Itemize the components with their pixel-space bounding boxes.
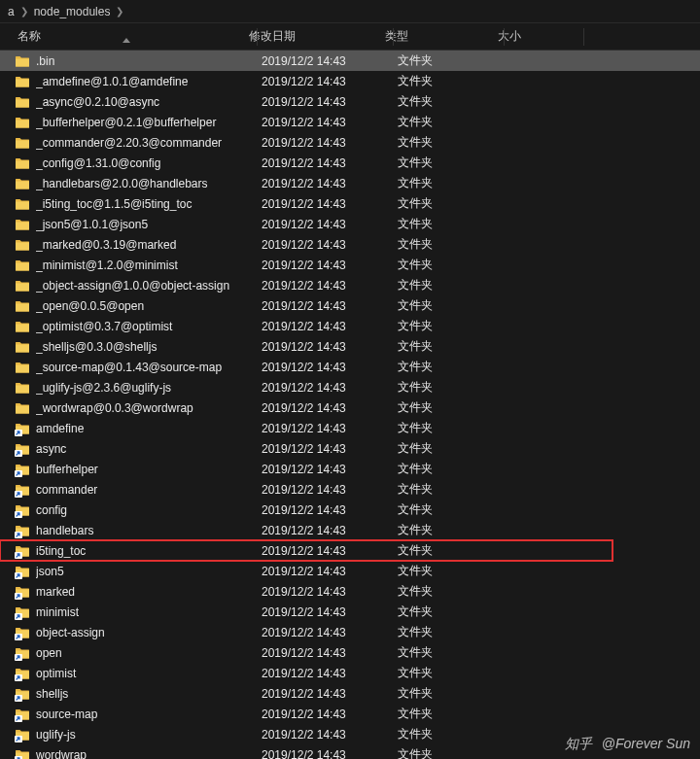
file-date: 2019/12/2 14:43 <box>262 218 398 231</box>
file-name: marked <box>36 585 262 599</box>
file-name: _object-assign@1.0.0@object-assign <box>36 279 262 293</box>
file-row[interactable]: bufferhelper2019/12/2 14:43文件夹 <box>0 459 700 479</box>
file-row[interactable]: _async@0.2.10@async2019/12/2 14:43文件夹 <box>0 91 700 112</box>
file-name: _config@1.31.0@config <box>36 156 262 170</box>
breadcrumb[interactable]: a ❯ node_modules ❯ <box>0 0 700 23</box>
file-row[interactable]: json52019/12/2 14:43文件夹 <box>0 561 700 581</box>
folder-icon <box>15 74 30 89</box>
file-name: uglify-js <box>36 728 262 742</box>
file-name: _json5@1.0.1@json5 <box>36 218 262 231</box>
file-date: 2019/12/2 14:43 <box>262 707 398 721</box>
file-row[interactable]: _source-map@0.1.43@source-map2019/12/2 1… <box>0 357 700 377</box>
file-name: async <box>36 442 262 456</box>
file-row[interactable]: amdefine2019/12/2 14:43文件夹 <box>0 418 700 438</box>
file-row[interactable]: commander2019/12/2 14:43文件夹 <box>0 479 700 500</box>
file-date: 2019/12/2 14:43 <box>262 361 398 374</box>
file-row[interactable]: _minimist@1.2.0@minimist2019/12/2 14:43文… <box>0 255 700 275</box>
file-row[interactable]: .bin2019/12/2 14:43文件夹 <box>0 51 700 71</box>
file-name: _async@0.2.10@async <box>36 95 262 109</box>
file-date: 2019/12/2 14:43 <box>262 748 398 760</box>
file-row[interactable]: _bufferhelper@0.2.1@bufferhelper2019/12/… <box>0 112 700 132</box>
file-type: 文件夹 <box>398 624 510 640</box>
column-header-type[interactable]: 类型 <box>385 28 498 45</box>
file-type: 文件夹 <box>398 236 510 253</box>
folder-icon <box>15 196 30 212</box>
file-row[interactable]: _open@0.0.5@open2019/12/2 14:43文件夹 <box>0 295 700 316</box>
breadcrumb-part[interactable]: node_modules <box>34 5 111 18</box>
file-row[interactable]: handlebars2019/12/2 14:43文件夹 <box>0 520 700 540</box>
file-date: 2019/12/2 14:43 <box>262 197 398 211</box>
file-type: 文件夹 <box>398 665 510 681</box>
file-row[interactable]: _i5ting_toc@1.1.5@i5ting_toc2019/12/2 14… <box>0 193 700 214</box>
file-row[interactable]: minimist2019/12/2 14:43文件夹 <box>0 602 700 622</box>
file-row[interactable]: _shelljs@0.3.0@shelljs2019/12/2 14:43文件夹 <box>0 336 700 357</box>
file-name: open <box>36 646 262 660</box>
file-date: 2019/12/2 14:43 <box>262 565 398 578</box>
file-date: 2019/12/2 14:43 <box>262 626 398 639</box>
folder-icon <box>15 155 30 171</box>
breadcrumb-part[interactable]: a <box>8 5 15 18</box>
file-row[interactable]: _marked@0.3.19@marked2019/12/2 14:43文件夹 <box>0 234 700 255</box>
file-name: _handlebars@2.0.0@handlebars <box>36 177 262 190</box>
file-row[interactable]: open2019/12/2 14:43文件夹 <box>0 642 700 663</box>
column-headers: 名称 修改日期 类型 大小 <box>0 23 700 51</box>
file-name: i5ting_toc <box>36 544 262 558</box>
file-row[interactable]: shelljs2019/12/2 14:43文件夹 <box>0 683 700 704</box>
folder-shortcut-icon <box>15 421 30 436</box>
file-row[interactable]: config2019/12/2 14:43文件夹 <box>0 500 700 520</box>
folder-shortcut-icon <box>15 747 30 760</box>
file-name: _shelljs@0.3.0@shelljs <box>36 340 262 354</box>
file-date: 2019/12/2 14:43 <box>262 442 398 456</box>
file-row[interactable]: _config@1.31.0@config2019/12/2 14:43文件夹 <box>0 153 700 173</box>
file-name: _optimist@0.3.7@optimist <box>36 320 262 333</box>
file-type: 文件夹 <box>398 114 510 130</box>
file-row[interactable]: _uglify-js@2.3.6@uglify-js2019/12/2 14:4… <box>0 377 700 397</box>
file-date: 2019/12/2 14:43 <box>262 381 398 395</box>
folder-shortcut-icon <box>15 625 30 640</box>
file-date: 2019/12/2 14:43 <box>262 279 398 293</box>
file-row[interactable]: _handlebars@2.0.0@handlebars2019/12/2 14… <box>0 173 700 193</box>
column-header-name[interactable]: 名称 <box>0 28 249 45</box>
file-row[interactable]: _amdefine@1.0.1@amdefine2019/12/2 14:43文… <box>0 71 700 91</box>
file-row[interactable]: marked2019/12/2 14:43文件夹 <box>0 581 700 602</box>
file-date: 2019/12/2 14:43 <box>262 156 398 170</box>
file-type: 文件夹 <box>398 155 510 171</box>
file-row[interactable]: _commander@2.20.3@commander2019/12/2 14:… <box>0 132 700 153</box>
column-header-date[interactable]: 修改日期 <box>249 28 385 45</box>
file-type: 文件夹 <box>398 216 510 232</box>
file-type: 文件夹 <box>398 399 510 416</box>
file-name: _wordwrap@0.0.3@wordwrap <box>36 401 262 415</box>
file-date: 2019/12/2 14:43 <box>262 503 398 517</box>
file-row[interactable]: _wordwrap@0.0.3@wordwrap2019/12/2 14:43文… <box>0 397 700 418</box>
folder-icon <box>15 360 30 375</box>
folder-shortcut-icon <box>15 707 30 722</box>
file-date: 2019/12/2 14:43 <box>262 177 398 190</box>
file-date: 2019/12/2 14:43 <box>262 463 398 476</box>
file-row[interactable]: object-assign2019/12/2 14:43文件夹 <box>0 622 700 642</box>
file-list: .bin2019/12/2 14:43文件夹_amdefine@1.0.1@am… <box>0 51 700 759</box>
file-date: 2019/12/2 14:43 <box>262 605 398 619</box>
file-row[interactable]: optimist2019/12/2 14:43文件夹 <box>0 663 700 683</box>
file-name: json5 <box>36 565 262 578</box>
file-row[interactable]: wordwrap2019/12/2 14:43文件夹 <box>0 744 700 759</box>
folder-shortcut-icon <box>15 727 30 742</box>
file-date: 2019/12/2 14:43 <box>262 299 398 313</box>
folder-icon <box>15 217 30 232</box>
file-row[interactable]: async2019/12/2 14:43文件夹 <box>0 438 700 459</box>
file-date: 2019/12/2 14:43 <box>262 95 398 109</box>
file-name: _amdefine@1.0.1@amdefine <box>36 75 262 88</box>
file-date: 2019/12/2 14:43 <box>262 585 398 599</box>
file-type: 文件夹 <box>398 297 510 314</box>
file-type: 文件夹 <box>398 420 510 436</box>
file-row[interactable]: source-map2019/12/2 14:43文件夹 <box>0 704 700 724</box>
file-name: minimist <box>36 605 262 619</box>
file-row[interactable]: _optimist@0.3.7@optimist2019/12/2 14:43文… <box>0 316 700 336</box>
file-type: 文件夹 <box>398 726 510 742</box>
file-row[interactable]: _json5@1.0.1@json52019/12/2 14:43文件夹 <box>0 214 700 234</box>
folder-icon <box>15 258 30 273</box>
file-row[interactable]: i5ting_toc2019/12/2 14:43文件夹 <box>0 540 612 561</box>
column-header-size[interactable]: 大小 <box>498 28 595 45</box>
file-row[interactable]: _object-assign@1.0.0@object-assign2019/1… <box>0 275 700 295</box>
file-type: 文件夹 <box>398 175 510 191</box>
file-row[interactable]: uglify-js2019/12/2 14:43文件夹 <box>0 724 700 744</box>
